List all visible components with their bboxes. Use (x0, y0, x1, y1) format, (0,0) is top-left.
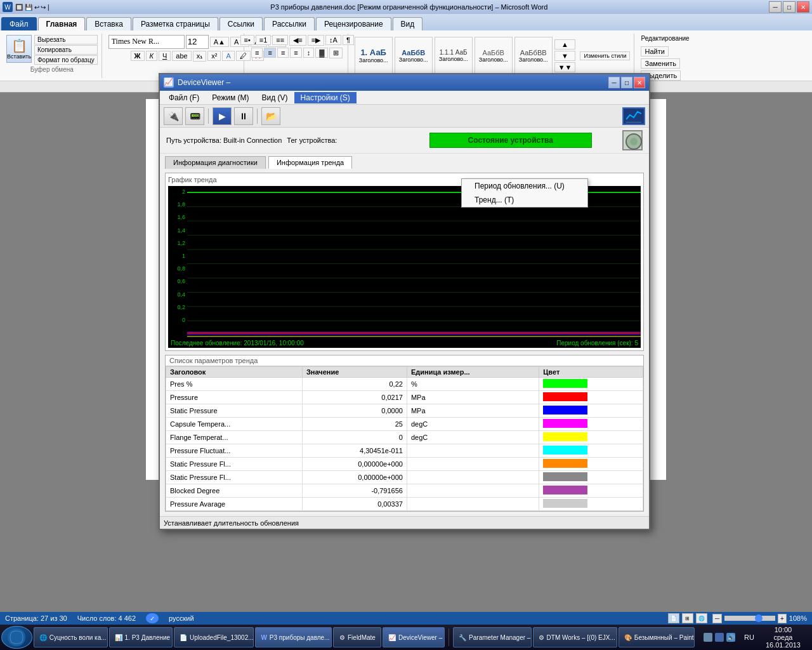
dv-restore-button[interactable]: □ (621, 77, 632, 88)
period-update-item[interactable]: Период обновления... (U) (462, 179, 587, 193)
italic-button[interactable]: К (146, 51, 157, 61)
tab-file[interactable]: Файл (1, 17, 37, 30)
taskbar-item-4[interactable]: ⚙ FieldMate (333, 627, 381, 647)
y-label-2: 2 (168, 189, 187, 195)
font-size-input[interactable] (186, 35, 209, 49)
param-unit (407, 458, 539, 471)
start-button[interactable] (1, 626, 32, 649)
dv-play-button[interactable]: ▶ (213, 107, 232, 125)
dv-menu-mode[interactable]: Режим (M) (206, 92, 255, 103)
tab-insert[interactable]: Вставка (86, 17, 131, 30)
taskbar-item-8[interactable]: 🎨 Безымянный – Paint (619, 627, 695, 647)
underline-button[interactable]: Ч (159, 51, 171, 61)
tab-home[interactable]: Главная (38, 17, 86, 30)
taskbar-item-6[interactable]: 🔧 Parameter Manager – (453, 627, 531, 647)
superscript-button[interactable]: x² (207, 51, 221, 61)
taskbar-icon-7: ⚙ (539, 632, 544, 642)
align-center-button[interactable]: ≡ (264, 48, 275, 58)
multilevel-button[interactable]: ≡≡ (272, 35, 288, 45)
dv-pause-button[interactable]: ⏸ (234, 107, 253, 125)
paste-button[interactable]: 📋 Вставить (6, 35, 32, 63)
view-web-button[interactable]: 🌐 (696, 613, 707, 623)
scroll-styles-down[interactable]: ▼ (554, 51, 576, 61)
style-heading5[interactable]: АаБбВВЗаголово... (514, 37, 553, 75)
taskbar-item-5[interactable]: 📈 DeviceViewer – (383, 627, 445, 647)
strikethrough-button[interactable]: abe (172, 51, 191, 61)
restore-button[interactable]: □ (783, 1, 796, 13)
shading-button[interactable]: ▓ (315, 48, 328, 58)
param-color (539, 378, 643, 391)
dv-close-button[interactable]: ✕ (634, 77, 645, 88)
dv-menu-settings[interactable]: Настройки (S) (294, 92, 357, 103)
dv-menu-view[interactable]: Вид (V) (256, 92, 294, 103)
zoom-slider[interactable] (724, 616, 775, 621)
view-full-button[interactable]: ⊞ (682, 613, 693, 623)
close-button[interactable]: ✕ (797, 1, 809, 13)
style-heading3[interactable]: 1.1.1 АаБЗаголово... (435, 37, 473, 75)
align-right-button[interactable]: ≡ (277, 48, 289, 58)
dv-open-button[interactable]: 📂 (261, 107, 280, 125)
dv-tab-diagnostics[interactable]: Информация диагностики (165, 156, 266, 169)
page-status: Страница: 27 из 30 (5, 614, 67, 622)
table-row: Static Pressure 0,0000 MPa (166, 404, 643, 418)
dv-minimize-button[interactable]: ─ (608, 77, 620, 88)
taskbar-item-2[interactable]: 📄 UploadedFile_13002... (174, 627, 254, 647)
tab-view[interactable]: Вид (393, 17, 423, 30)
justify-button[interactable]: ≡ (290, 48, 301, 58)
font-name-input[interactable] (108, 35, 185, 49)
copy-button[interactable]: Копировать (34, 45, 98, 55)
increase-indent-button[interactable]: ≡▶ (308, 35, 324, 46)
line-spacing-button[interactable]: ↕ (303, 48, 315, 58)
align-left-button[interactable]: ≡ (251, 48, 263, 58)
tab-mail[interactable]: Рассылки (264, 17, 315, 30)
decrease-indent-button[interactable]: ◀≡ (289, 35, 306, 46)
param-unit: MPa (407, 404, 539, 418)
dv-menu-file[interactable]: Файл (F) (162, 92, 206, 103)
replace-button[interactable]: Заменить (641, 58, 679, 69)
dv-tab-trend[interactable]: Информация тренда (268, 156, 352, 169)
bullets-button[interactable]: ≡• (240, 35, 254, 45)
chart-footer: Последнее обновление: 2013/01/16, 10:00:… (168, 338, 641, 348)
zoom-in-button[interactable]: + (778, 614, 787, 623)
format-button[interactable]: Формат по образцу (34, 55, 98, 65)
col-header-name: Заголовок (166, 367, 303, 378)
border-button[interactable]: ⊞ (329, 48, 343, 58)
bold-button[interactable]: Ж (131, 51, 145, 61)
subscript-button[interactable]: x₁ (193, 51, 207, 62)
y-label-02: 0,2 (168, 304, 187, 310)
taskbar-item-7[interactable]: ⚙ DTM Works – [(0) EJX... (533, 627, 617, 647)
style-heading4[interactable]: АаБбВЗаголово... (475, 37, 513, 75)
scroll-styles-up[interactable]: ▲ (554, 39, 576, 50)
dv-graph-button[interactable] (622, 107, 645, 125)
cut-button[interactable]: Вырезать (34, 35, 98, 44)
y-label-18: 1,8 (168, 201, 187, 208)
style-heading2[interactable]: АаБбВЗаголово... (395, 37, 433, 75)
style-heading1[interactable]: 1. АаБЗаголово... (355, 37, 393, 75)
find-button[interactable]: Найти (641, 46, 668, 56)
dv-toolbar-separator (208, 109, 209, 124)
taskbar-item-0[interactable]: 🌐 Суцность воли ка... (34, 627, 108, 647)
text-effects-button[interactable]: A (222, 51, 234, 61)
taskbar-lang[interactable]: RU (742, 633, 757, 641)
sort-button[interactable]: ↕A (325, 35, 341, 45)
trend-item[interactable]: Тренд... (T) (462, 193, 587, 207)
zoom-out-button[interactable]: ─ (712, 614, 722, 623)
word-statusbar: Страница: 27 из 30 Число слов: 4 462 ✓ р… (0, 612, 812, 625)
change-styles-button[interactable]: Изменить стили (580, 51, 630, 60)
sound-icon[interactable]: 🔊 (726, 633, 735, 642)
minimize-button[interactable]: ─ (769, 1, 782, 13)
tab-layout[interactable]: Разметка страницы (133, 17, 218, 30)
tab-refs[interactable]: Ссылки (219, 17, 263, 30)
font-size-up-button[interactable]: A▲ (210, 37, 229, 47)
dv-device-button[interactable]: 📟 (185, 107, 204, 125)
word-title: Р3 приборы давления.doc [Режим ограничен… (270, 3, 547, 11)
taskbar-item-1[interactable]: 📊 1. Р3 Давление (109, 627, 173, 647)
view-print-button[interactable]: 📄 (668, 613, 679, 623)
expand-styles[interactable]: ▼▼ (554, 62, 576, 72)
numbering-button[interactable]: ≡1 (256, 35, 272, 45)
taskbar-label-1: 1. Р3 Давление (125, 634, 171, 641)
dv-status-button[interactable]: Состояние устройства (429, 133, 592, 148)
taskbar-item-3[interactable]: W Р3 приборы давле... (255, 627, 332, 647)
tab-review[interactable]: Рецензирование (316, 17, 391, 30)
dv-connect-button[interactable]: 🔌 (164, 107, 183, 125)
